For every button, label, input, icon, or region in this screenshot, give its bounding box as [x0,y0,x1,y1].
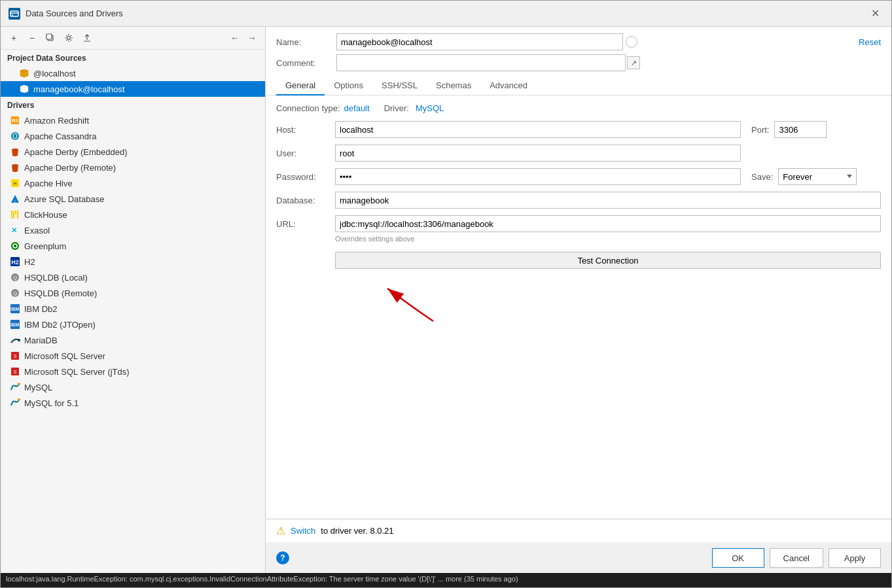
driver-label-1: Apache Cassandra [24,131,97,141]
driver-item-mariadb[interactable]: MariaDB [1,332,265,348]
driver-label-14: MariaDB [24,336,58,345]
title-bar-left: Data Sources and Drivers [9,8,123,20]
remove-button[interactable]: − [24,31,40,45]
duplicate-button[interactable] [43,31,58,45]
apache-derby-embedded-icon [10,147,20,157]
driver-item-hsqldb-local[interactable]: Q HSQLDB (Local) [1,269,265,285]
driver-item-mssql[interactable]: S Microsoft SQL Server [1,348,265,364]
driver-item-greenplum[interactable]: Greenplum [1,238,265,254]
driver-label-12: IBM Db2 [24,304,58,314]
url-row: URL: [276,215,881,232]
driver-value[interactable]: MySQL [416,103,444,113]
svg-rect-21 [13,211,14,218]
svg-point-43 [18,398,20,401]
driver-item-azure-sql[interactable]: △ Azure SQL Database [1,191,265,207]
user-row: User: [276,145,881,162]
url-input[interactable] [335,215,881,232]
comment-input[interactable] [336,54,626,71]
comment-expand-button[interactable]: ↗ [627,56,640,69]
forward-button[interactable]: → [244,31,260,45]
name-indicator [626,36,637,48]
driver-item-mssql-jtds[interactable]: S Microsoft SQL Server (jTds) [1,364,265,379]
right-panel: Name: Reset Comment: ↗ [266,27,891,573]
svg-text:RS: RS [12,118,18,123]
datasource-label-managebook: managebook@localhost [33,84,125,94]
app-icon [9,8,20,20]
name-input[interactable] [336,33,623,50]
test-connection-button[interactable]: Test Connection [335,252,881,269]
toolbar: + − [1,27,265,50]
driver-item-ibm-db2[interactable]: IBM IBM Db2 [1,301,265,317]
datasource-item-managebook[interactable]: managebook@localhost [1,81,265,97]
svg-text:Q: Q [13,275,17,281]
add-button[interactable]: + [6,31,22,45]
driver-label-0: Amazon Redshift [24,116,89,126]
driver-label-9: H2 [24,257,35,267]
clickhouse-icon [10,209,20,220]
svg-point-37 [18,339,20,341]
ok-button[interactable]: OK [712,548,764,568]
driver-item-amazon-redshift[interactable]: RS Amazon Redshift [1,112,265,128]
exasol-icon: ✕ [10,225,20,235]
password-input[interactable] [335,168,741,185]
main-window: Data Sources and Drivers ✕ + − [0,0,892,588]
tab-options[interactable]: Options [325,77,372,95]
driver-label-16: Microsoft SQL Server (jTds) [24,367,130,377]
close-button[interactable]: ✕ [867,6,883,21]
mssql-icon: S [10,351,20,361]
reset-link[interactable]: Reset [859,37,881,47]
driver-item-apache-derby-embedded[interactable]: Apache Derby (Embedded) [1,144,265,160]
host-row: Host: Port: [276,121,881,138]
host-input[interactable] [335,121,741,138]
database-row: Database: [276,192,881,209]
driver-label-2: Apache Derby (Embedded) [24,147,128,157]
user-input[interactable] [335,145,741,162]
action-bar: ? OK Cancel Apply [266,543,891,573]
driver-label-15: Microsoft SQL Server [24,351,105,361]
driver-item-clickhouse[interactable]: ClickHouse [1,207,265,222]
driver-label-3: Apache Derby (Remote) [24,163,116,173]
tab-schemas[interactable]: Schemas [427,77,480,95]
driver-item-mysql[interactable]: MySQL [1,379,265,395]
greenplum-icon [10,241,20,251]
driver-label-4: Apache Hive [24,179,73,188]
url-label: URL: [276,219,335,229]
svg-rect-22 [15,211,16,215]
driver-item-apache-derby-remote[interactable]: Apache Derby (Remote) [1,160,265,175]
driver-item-apache-cassandra[interactable]: Apache Cassandra [1,128,265,144]
driver-label-8: Greenplum [24,241,66,251]
help-button[interactable]: ? [276,551,289,564]
cancel-button[interactable]: Cancel [770,548,823,568]
warning-icon: ⚠ [276,525,285,537]
apply-button[interactable]: Apply [829,548,881,568]
driver-item-h2[interactable]: H2 H2 [1,254,265,269]
save-select[interactable]: Forever Never Until restart [778,168,857,185]
connection-type-value[interactable]: default [344,103,370,113]
driver-item-exasol[interactable]: ✕ Exasol [1,222,265,238]
driver-item-hsqldb-remote[interactable]: Q HSQLDB (Remote) [1,285,265,301]
driver-item-mysql-51[interactable]: MySQL for 5.1 [1,395,265,411]
svg-rect-20 [11,211,12,218]
warning-switch-link[interactable]: Switch [291,526,315,536]
driver-label-6: ClickHouse [24,210,67,220]
port-input[interactable] [774,121,827,138]
right-body: Connection type: default Driver: MySQL H… [266,95,891,519]
action-buttons: OK Cancel Apply [712,548,881,568]
arrow-annotation [335,275,881,328]
svg-text:S: S [14,354,17,358]
settings-button[interactable] [61,31,77,45]
back-button[interactable]: ← [227,31,243,45]
tab-advanced[interactable]: Advanced [480,77,537,95]
driver-item-ibm-db2-jtopen[interactable]: IBM IBM Db2 (JTOpen) [1,317,265,332]
export-button[interactable] [79,31,95,45]
drivers-section-header: Drivers [1,97,265,112]
user-label: User: [276,148,335,158]
driver-item-apache-hive[interactable]: H Apache Hive [1,175,265,191]
driver-label-18: MySQL for 5.1 [24,398,79,408]
database-input[interactable] [335,192,881,209]
tree-list: Project Data Sources @localhost [1,50,265,573]
datasource-item-localhost[interactable]: @localhost [1,65,265,81]
tab-sshssl[interactable]: SSH/SSL [372,77,427,95]
mariadb-icon [10,335,20,345]
tab-general[interactable]: General [276,77,325,95]
